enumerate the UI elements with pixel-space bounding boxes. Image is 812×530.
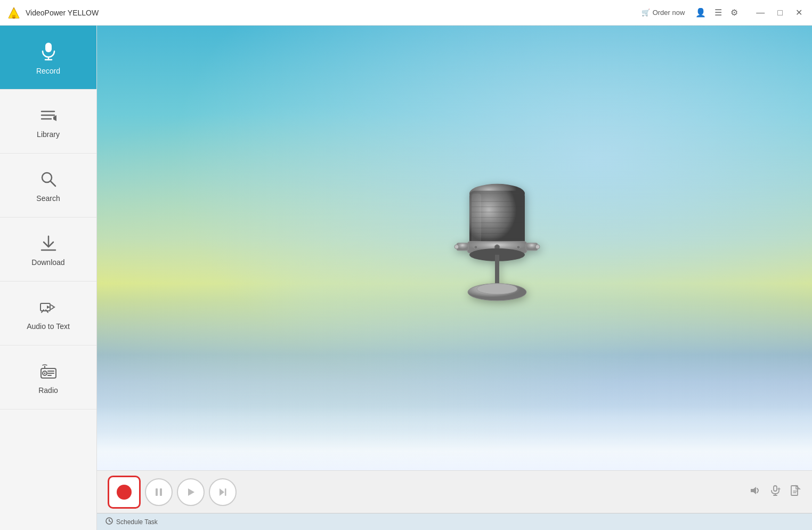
list-icon[interactable]: ☰ [714, 7, 722, 18]
cart-icon: 🛒 [642, 9, 650, 17]
title-icons: 👤 ☰ ⚙ [695, 7, 738, 18]
main-layout: Record Library Search [0, 26, 812, 530]
title-bar-right: 🛒 Order now 👤 ☰ ⚙ — □ ✕ [642, 6, 806, 19]
svg-rect-4 [45, 43, 52, 52]
schedule-bar[interactable]: Schedule Task [97, 513, 812, 530]
svg-point-16 [44, 373, 45, 374]
app-title: VideoPower YELLOW [26, 9, 99, 17]
microphone-icon [39, 42, 58, 63]
sidebar-item-library[interactable]: Library [0, 90, 96, 154]
microphone-illustration [444, 159, 550, 321]
library-icon [39, 106, 58, 127]
svg-rect-52 [791, 486, 798, 495]
sidebar-item-radio[interactable]: Radio [0, 346, 96, 409]
maximize-button[interactable]: □ [774, 7, 786, 19]
content-area: Schedule Task [97, 26, 812, 530]
record-dot [117, 485, 132, 500]
svg-line-11 [51, 181, 55, 186]
mic-input-icon[interactable] [769, 485, 781, 499]
svg-line-57 [109, 521, 111, 522]
minimize-button[interactable]: — [753, 7, 768, 19]
sidebar-item-audio-to-text[interactable]: Audio to Text [0, 282, 96, 346]
background-area [97, 26, 812, 470]
sidebar: Record Library Search [0, 26, 97, 530]
svg-point-37 [517, 246, 520, 249]
close-button[interactable]: ✕ [792, 6, 806, 19]
sidebar-item-search-label: Search [36, 194, 60, 203]
sidebar-item-audio-to-text-label: Audio to Text [27, 322, 70, 331]
pause-button[interactable] [145, 478, 173, 506]
search-icon [39, 170, 58, 191]
svg-rect-48 [225, 488, 226, 496]
user-icon[interactable]: 👤 [695, 7, 706, 18]
sidebar-item-search[interactable]: Search [0, 154, 96, 218]
bottom-control-bar [97, 470, 812, 513]
svg-point-41 [535, 245, 540, 249]
sidebar-item-radio-label: Radio [38, 386, 58, 395]
window-controls: — □ ✕ [753, 6, 806, 19]
radio-icon [39, 362, 58, 383]
svg-rect-46 [156, 488, 158, 496]
play-button[interactable] [177, 478, 205, 506]
sidebar-item-download[interactable]: Download [0, 218, 96, 282]
sidebar-item-record[interactable]: Record [0, 26, 96, 90]
order-now-button[interactable]: 🛒 Order now [642, 9, 685, 17]
volume-icon[interactable] [749, 485, 761, 499]
sidebar-item-download-label: Download [31, 258, 64, 267]
schedule-task-label: Schedule Task [116, 518, 158, 526]
export-icon[interactable] [790, 485, 801, 499]
settings-icon[interactable]: ⚙ [730, 7, 738, 18]
record-button[interactable] [108, 476, 141, 509]
download-icon [39, 234, 58, 255]
svg-rect-47 [160, 488, 162, 496]
svg-point-36 [474, 246, 477, 249]
audio-to-text-icon [39, 298, 58, 319]
bottom-right-icons [749, 485, 801, 499]
title-bar-left: VideoPower YELLOW [6, 5, 99, 20]
svg-rect-3 [12, 15, 15, 17]
svg-rect-49 [774, 486, 777, 491]
title-bar: VideoPower YELLOW 🛒 Order now 👤 ☰ ⚙ — □ … [0, 0, 812, 26]
clouds-overlay [97, 406, 812, 470]
order-now-label: Order now [653, 9, 685, 17]
clock-icon [105, 517, 113, 526]
svg-rect-43 [495, 255, 499, 287]
sidebar-item-library-label: Library [37, 130, 60, 139]
sidebar-item-record-label: Record [36, 67, 60, 75]
app-logo [6, 5, 21, 20]
svg-point-45 [477, 284, 517, 294]
svg-point-40 [454, 245, 459, 249]
next-button[interactable] [209, 478, 237, 506]
